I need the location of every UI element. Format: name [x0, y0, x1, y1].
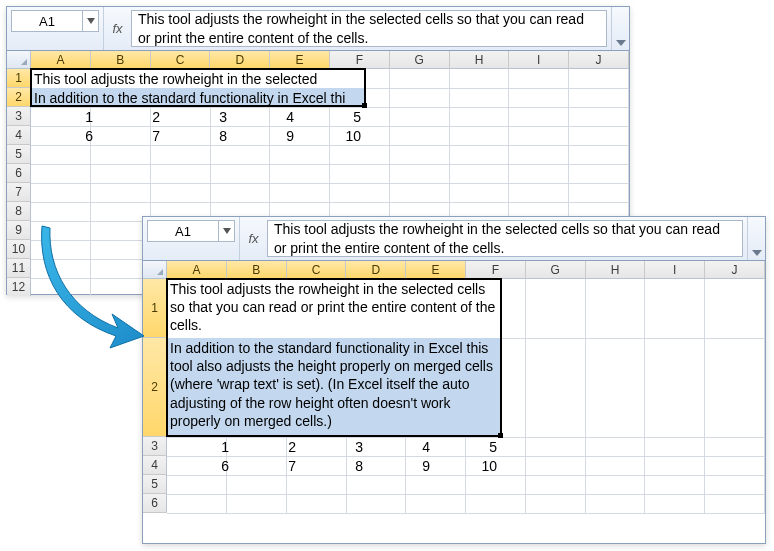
cell[interactable]: 8 [165, 126, 232, 145]
row-header-3[interactable]: 3 [7, 107, 31, 126]
cell[interactable]: 5 [299, 107, 366, 126]
col-header-e[interactable]: E [406, 261, 466, 279]
row-header-8[interactable]: 8 [7, 202, 31, 221]
col-header-d[interactable]: D [346, 261, 406, 279]
row-header-12[interactable]: 12 [7, 278, 31, 296]
row-headers: 123456789101112 [7, 69, 31, 296]
col-header-a[interactable]: A [31, 51, 91, 69]
name-box[interactable] [12, 14, 82, 29]
row-header-2[interactable]: 2 [143, 338, 167, 437]
merged-cell-a2e2[interactable]: In addition to the standard functionalit… [31, 88, 366, 107]
row-header-2[interactable]: 2 [7, 88, 31, 107]
merged-cell-a1e1[interactable]: This tool adjusts the rowheight in the s… [31, 69, 366, 88]
row-header-9[interactable]: 9 [7, 221, 31, 240]
cell[interactable]: 8 [301, 456, 368, 475]
row-header-4[interactable]: 4 [143, 456, 167, 475]
col-header-h[interactable]: H [586, 261, 646, 279]
cell[interactable]: 1 [167, 437, 234, 456]
select-all-corner[interactable] [7, 51, 31, 69]
col-header-f[interactable]: F [466, 261, 526, 279]
col-header-f[interactable]: F [330, 51, 390, 69]
formula-bar: fx This tool adjusts the rowheight in th… [7, 7, 629, 51]
cell[interactable]: 5 [435, 437, 502, 456]
column-headers: ABCDEFGHIJ [167, 261, 765, 279]
col-header-i[interactable]: I [645, 261, 705, 279]
row-header-5[interactable]: 5 [7, 145, 31, 164]
col-header-j[interactable]: J [705, 261, 765, 279]
row-header-6[interactable]: 6 [7, 164, 31, 183]
col-header-a[interactable]: A [167, 261, 227, 279]
col-header-c[interactable]: C [287, 261, 347, 279]
col-header-j[interactable]: J [569, 51, 629, 69]
row-header-1[interactable]: 1 [143, 279, 167, 338]
chevron-down-icon [87, 18, 95, 24]
col-header-g[interactable]: G [526, 261, 586, 279]
row-header-10[interactable]: 10 [7, 240, 31, 259]
row-header-5[interactable]: 5 [143, 475, 167, 494]
formula-text[interactable]: This tool adjusts the rowheight in the s… [131, 10, 607, 47]
cell[interactable]: 7 [234, 456, 301, 475]
cell[interactable]: 7 [98, 126, 165, 145]
formula-bar: fx This tool adjusts the rowheight in th… [143, 217, 765, 261]
col-header-g[interactable]: G [390, 51, 450, 69]
cell[interactable]: 2 [98, 107, 165, 126]
row-header-3[interactable]: 3 [143, 437, 167, 456]
cell[interactable]: 9 [232, 126, 299, 145]
column-headers: ABCDEFGHIJ [31, 51, 629, 69]
chevron-down-icon [752, 250, 762, 256]
name-box-dropdown[interactable] [82, 11, 98, 31]
cell[interactable]: 3 [301, 437, 368, 456]
col-header-b[interactable]: B [227, 261, 287, 279]
cell[interactable]: 3 [165, 107, 232, 126]
fx-button[interactable]: fx [103, 7, 131, 50]
chevron-down-icon [616, 40, 626, 46]
name-box-wrap [11, 10, 99, 32]
name-box[interactable] [148, 224, 218, 239]
name-box-wrap [147, 220, 235, 242]
cell[interactable]: 10 [299, 126, 366, 145]
col-header-b[interactable]: B [91, 51, 151, 69]
cell[interactable]: 4 [368, 437, 435, 456]
cell[interactable]: 10 [435, 456, 502, 475]
row-header-1[interactable]: 1 [7, 69, 31, 88]
col-header-d[interactable]: D [210, 51, 270, 69]
col-header-h[interactable]: H [450, 51, 510, 69]
row-header-4[interactable]: 4 [7, 126, 31, 145]
row-header-6[interactable]: 6 [143, 494, 167, 513]
cell[interactable]: 4 [232, 107, 299, 126]
cell[interactable]: 2 [234, 437, 301, 456]
select-all-corner[interactable] [143, 261, 167, 279]
fx-button[interactable]: fx [239, 217, 267, 260]
merged-cell-a2e2[interactable]: In addition to the standard functionalit… [167, 338, 502, 437]
cell[interactable]: 6 [31, 126, 98, 145]
row-headers: 123456 [143, 279, 167, 545]
cell[interactable]: 6 [167, 456, 234, 475]
chevron-down-icon [223, 228, 231, 234]
row-header-11[interactable]: 11 [7, 259, 31, 278]
merged-cell-a1e1[interactable]: This tool adjusts the rowheight in the s… [167, 279, 502, 338]
col-header-c[interactable]: C [151, 51, 211, 69]
formula-bar-expand[interactable] [747, 217, 765, 260]
cell[interactable]: 1 [31, 107, 98, 126]
name-box-dropdown[interactable] [218, 221, 234, 241]
formula-bar-expand[interactable] [611, 7, 629, 50]
formula-text[interactable]: This tool adjusts the rowheight in the s… [267, 220, 743, 257]
grid[interactable]: ABCDEFGHIJ 123456 This tool adjusts the … [143, 261, 765, 545]
col-header-i[interactable]: I [509, 51, 569, 69]
excel-panel-after: fx This tool adjusts the rowheight in th… [142, 216, 766, 544]
cells-area[interactable]: This tool adjusts the rowheight in the s… [167, 279, 765, 545]
row-header-7[interactable]: 7 [7, 183, 31, 202]
cell[interactable]: 9 [368, 456, 435, 475]
col-header-e[interactable]: E [270, 51, 330, 69]
